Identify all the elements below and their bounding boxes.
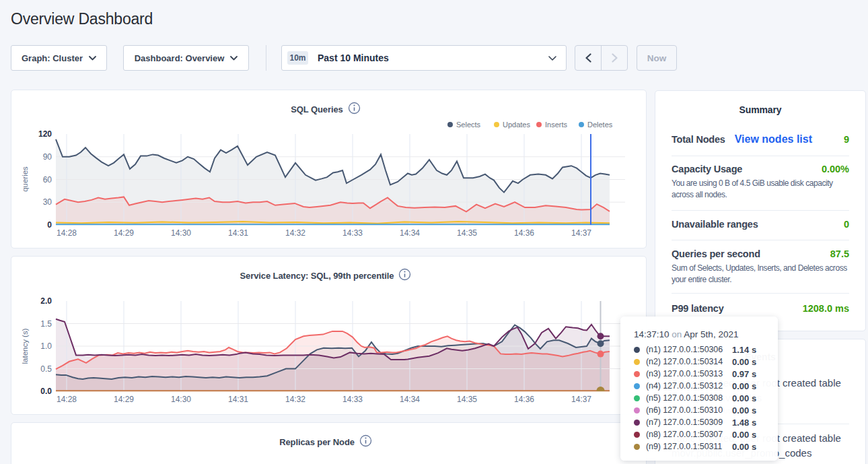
svg-text:14:31: 14:31 — [228, 395, 248, 404]
svg-text:14:32: 14:32 — [285, 395, 305, 404]
svg-text:2.0: 2.0 — [40, 296, 52, 306]
svg-text:14:35: 14:35 — [457, 395, 477, 404]
svg-text:0.5: 0.5 — [40, 364, 52, 374]
svg-text:queries: queries — [21, 166, 29, 192]
svg-text:14:37: 14:37 — [571, 395, 591, 404]
svg-text:0.0: 0.0 — [40, 387, 52, 396]
svg-text:14:30: 14:30 — [171, 395, 191, 404]
svg-text:1.5: 1.5 — [40, 319, 52, 329]
svg-text:14:29: 14:29 — [114, 395, 134, 404]
svg-text:14:33: 14:33 — [342, 395, 363, 404]
svg-text:14:30: 14:30 — [171, 228, 191, 238]
svg-text:1.0: 1.0 — [40, 341, 52, 351]
svg-text:30: 30 — [43, 197, 52, 207]
svg-text:14:34: 14:34 — [400, 228, 420, 238]
svg-text:14:35: 14:35 — [457, 228, 477, 238]
svg-text:14:29: 14:29 — [114, 228, 134, 238]
svg-text:14:36: 14:36 — [514, 228, 534, 238]
svg-text:14:37: 14:37 — [571, 228, 591, 238]
svg-text:14:34: 14:34 — [400, 395, 420, 404]
svg-text:14:33: 14:33 — [342, 228, 363, 238]
svg-text:14:36: 14:36 — [514, 395, 534, 404]
svg-text:120: 120 — [38, 129, 52, 139]
svg-text:90: 90 — [43, 152, 52, 162]
svg-text:14:31: 14:31 — [228, 228, 248, 238]
svg-text:14:28: 14:28 — [57, 228, 77, 238]
svg-text:0: 0 — [47, 220, 52, 230]
svg-text:14:28: 14:28 — [57, 395, 77, 404]
svg-text:14:32: 14:32 — [285, 228, 305, 238]
svg-text:latency (s): latency (s) — [21, 328, 29, 364]
svg-text:60: 60 — [43, 175, 52, 185]
